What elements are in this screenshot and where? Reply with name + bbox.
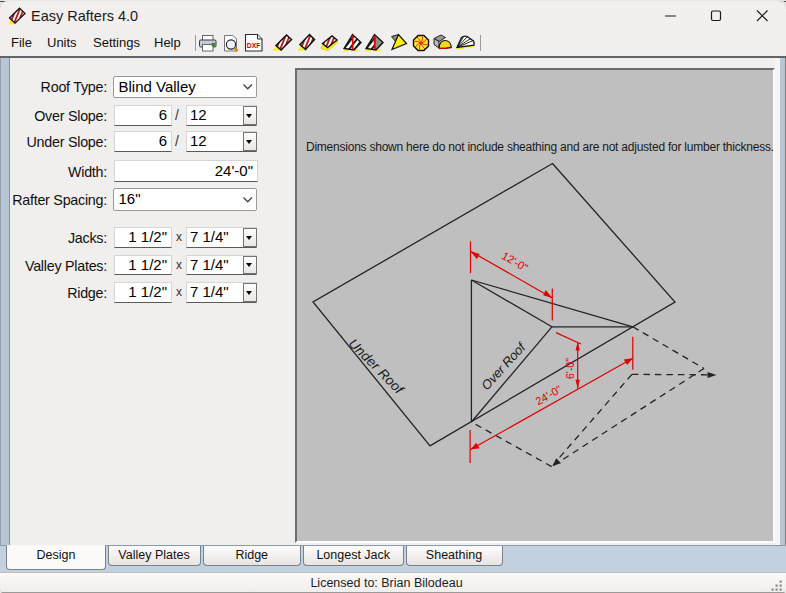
svg-text:24'-0": 24'-0" [533, 383, 563, 407]
svg-text:DXF: DXF [247, 42, 261, 49]
svg-text:Under Roof: Under Roof [346, 336, 407, 398]
svg-text:6'-0": 6'-0" [564, 358, 576, 379]
svg-text:Dimensions shown here do not i: Dimensions shown here do not include she… [306, 140, 773, 154]
